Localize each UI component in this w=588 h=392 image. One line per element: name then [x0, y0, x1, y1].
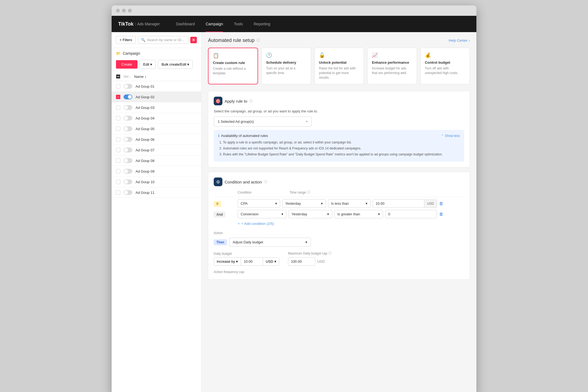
row-checkbox-3[interactable] [116, 105, 120, 110]
operator-dropdown-2[interactable]: Is greater than ▾ [334, 210, 383, 218]
budget-section: Daily budget Increase by ▾ [214, 251, 464, 274]
show-less-button[interactable]: ⌃ Show less [441, 134, 460, 138]
add-condition-button[interactable]: + + Add condition (2/5) [238, 220, 464, 227]
row-checkbox-11[interactable] [116, 190, 120, 195]
availability-info-box: ℹ Availability of automated rules ⌃ Show… [214, 130, 464, 162]
sidebar-toolbar: + Filters 🔍 Search by name or ID... ✕ [112, 32, 201, 48]
table-row[interactable]: Ad Goup 10 [112, 177, 201, 187]
select-all-checkbox[interactable] [116, 74, 120, 79]
table-row[interactable]: Ad Goup 05 [112, 124, 201, 134]
value-header [387, 190, 437, 195]
increase-currency-select[interactable]: USD ▾ [263, 258, 279, 265]
row-checkbox-1[interactable] [116, 84, 120, 88]
increase-value-input[interactable] [241, 258, 263, 265]
action-row-content: Then Adjust Daily budget ▾ [214, 238, 464, 247]
time-range-arrow-icon-1: ▾ [321, 201, 323, 206]
operator-arrow-icon-2: ▾ [378, 212, 380, 216]
template-card-schedule[interactable]: 🕐 Schedule delivery Turn on your ad at a… [261, 48, 311, 84]
control-icon: 💰 [425, 52, 465, 58]
info-item-2: Automated rules are not supported for Re… [223, 146, 460, 151]
action-frequency-cap-label: Action frequency cap [214, 270, 464, 274]
dropdown-arrow-icon: ▾ [306, 120, 308, 123]
table-row[interactable]: Ad Goup 06 [112, 134, 201, 145]
sort-icon[interactable]: ↕ [145, 75, 147, 79]
apply-rule-panel: 🎯 Apply rule to ⓘ Select the campaign, a… [208, 91, 470, 167]
ad-group-dropdown[interactable]: 1 Selected Ad group(s) ▾ [214, 117, 312, 127]
metric-dropdown-cpa[interactable]: CPA ▾ [238, 199, 280, 208]
row-name-11: Ad Goup 11 [136, 191, 154, 195]
table-row[interactable]: Ad Goup 11 [112, 187, 201, 198]
operator-header [335, 190, 385, 195]
table-row[interactable]: Ad Goup 04 [112, 113, 201, 124]
row-name-5: Ad Goup 05 [136, 127, 154, 131]
row-toggle-11[interactable] [124, 190, 132, 195]
increase-by-select[interactable]: Increase by ▾ [214, 258, 241, 265]
template-card-control[interactable]: 💰 Control budget Turn off ads with unexp… [420, 48, 470, 84]
row-toggle-5[interactable] [124, 126, 132, 131]
search-box[interactable]: 🔍 Search by name or ID... [138, 36, 188, 44]
table-row[interactable]: ✓ Ad Goup 02 [112, 92, 201, 102]
row-checkbox-5[interactable] [116, 127, 120, 131]
unlock-desc: Raise the bid for ads with potential to … [319, 66, 359, 80]
delete-icon-2[interactable]: 🗑 [439, 212, 455, 217]
metric-dropdown-conversion[interactable]: Conversion ▾ [238, 210, 286, 218]
row-name-10: Ad Goup 10 [136, 180, 154, 184]
row-toggle-10[interactable] [124, 179, 132, 184]
operator-dropdown-1[interactable]: Is less than ▾ [328, 199, 370, 208]
table-row[interactable]: Ad Goup 09 [112, 166, 201, 177]
action-dropdown[interactable]: Adjust Daily budget ▾ [229, 238, 311, 247]
row-checkbox-2[interactable]: ✓ [116, 95, 120, 99]
row-toggle-3[interactable] [124, 105, 132, 110]
nav-reporting[interactable]: Reporting [248, 16, 276, 32]
row-checkbox-4[interactable] [116, 116, 120, 120]
row-toggle-2[interactable] [124, 94, 132, 99]
nav-campaign[interactable]: Campaign [200, 16, 228, 32]
template-card-enhance[interactable]: 📈 Enhance performance Increase budget fo… [367, 48, 417, 84]
daily-budget-field: Daily budget Increase by ▾ [214, 252, 279, 266]
table-row[interactable]: Ad Goup 08 [112, 155, 201, 166]
delete-icon-1[interactable]: 🗑 [439, 201, 455, 206]
row-checkbox-6[interactable] [116, 137, 120, 142]
value-input-1[interactable] [373, 199, 424, 208]
value-unit-1: USD [424, 200, 437, 208]
row-toggle-9[interactable] [124, 169, 132, 174]
row-toggle-7[interactable] [124, 148, 132, 152]
page-title-help-icon[interactable]: ⓘ [257, 38, 260, 43]
filters-button[interactable]: + Filters [116, 36, 136, 44]
max-budget-help-icon[interactable]: ⓘ [328, 251, 332, 256]
edit-chevron-icon: ▾ [150, 62, 152, 66]
template-card-unlock[interactable]: 🔓 Unlock potential Raise the bid for ads… [314, 48, 364, 84]
apply-rule-help-icon[interactable]: ⓘ [249, 99, 253, 103]
row-checkbox-7[interactable] [116, 148, 120, 152]
row-checkbox-9[interactable] [116, 169, 120, 173]
help-center-link[interactable]: Help Center › [449, 38, 470, 42]
create-custom-desc: Create a rule without a template. [213, 66, 253, 76]
edit-button[interactable]: Edit ▾ [140, 60, 156, 69]
create-button[interactable]: Create [116, 60, 137, 69]
bulk-create-button[interactable]: Bulk create/Edit ▾ [158, 60, 193, 69]
row-toggle-4[interactable] [124, 116, 132, 121]
row-checkbox-8[interactable] [116, 158, 120, 163]
nav-dashboard[interactable]: Dashboard [171, 16, 200, 32]
table-row[interactable]: Ad Goup 07 [112, 145, 201, 155]
brand-logo: TikTok : Ads Manager [118, 21, 160, 27]
row-toggle-1[interactable] [124, 84, 132, 89]
row-toggle-8[interactable] [124, 158, 132, 163]
table-row[interactable]: Ad Goup 03 [112, 102, 201, 113]
condition-row-and: And Conversion ▾ Yesterday ▾ Is greater … [214, 210, 464, 218]
condition-action-help-icon[interactable]: ⓘ [264, 180, 267, 184]
row-checkbox-10[interactable] [116, 180, 120, 184]
close-x-button[interactable]: ✕ [190, 37, 197, 43]
table-row[interactable]: Ad Goup 01 [112, 81, 201, 92]
browser-dot-red [116, 9, 120, 13]
check-mark: ✓ [117, 96, 119, 99]
template-card-create-custom[interactable]: 📋 Create custom rule Create a rule witho… [208, 48, 258, 84]
apply-rule-title: 🎯 Apply rule to ⓘ [214, 97, 464, 105]
nav-tools[interactable]: Tools [228, 16, 248, 32]
row-toggle-6[interactable] [124, 137, 132, 142]
value-input-2[interactable] [385, 210, 437, 218]
time-range-dropdown-1[interactable]: Yesterday ▾ [282, 199, 326, 208]
time-range-dropdown-2[interactable]: Yesterday ▾ [289, 210, 332, 218]
time-range-help-icon[interactable]: ⓘ [307, 190, 310, 195]
max-budget-input[interactable] [288, 257, 315, 266]
